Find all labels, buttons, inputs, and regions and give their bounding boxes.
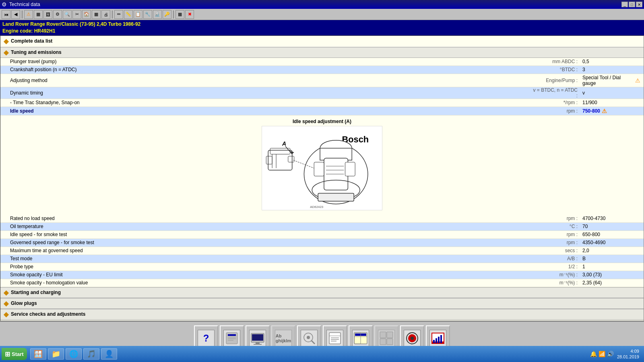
- maximize-button[interactable]: □: [629, 2, 635, 7]
- row-unit: Engine/Pump :: [531, 78, 579, 83]
- window-controls: _ □ ✕: [621, 2, 642, 7]
- start-label: Start: [12, 351, 24, 357]
- svg-line-22: [293, 160, 314, 168]
- starting-section-icon: ◆: [4, 289, 8, 296]
- svg-rect-20: [318, 193, 354, 201]
- row-label: Idle speed: [0, 107, 531, 115]
- row-label: Adjusting method: [0, 77, 531, 84]
- content-wrapper: ◆ Complete data list ◆ Tuning and emissi…: [0, 35, 644, 361]
- table-row: Maximum time at governed speed secs : 2,…: [0, 247, 644, 255]
- main-content[interactable]: ◆ Complete data list ◆ Tuning and emissi…: [0, 35, 644, 321]
- warning-button[interactable]: ⚠: [24, 10, 33, 19]
- svg-rect-55: [438, 337, 440, 343]
- row-label: Smoke opacity - homologation value: [0, 279, 531, 286]
- starting-charging-header[interactable]: ◆ Starting and charging: [0, 287, 644, 298]
- view-button[interactable]: ▦: [92, 10, 101, 19]
- table-row: Probe type 1/2 : 1: [0, 263, 644, 271]
- taskbar-item-chrome[interactable]: 🌐: [66, 348, 82, 360]
- svg-point-50: [411, 337, 414, 340]
- svg-rect-46: [380, 339, 386, 345]
- taskbar-item-explorer[interactable]: 🪟: [30, 348, 46, 360]
- image-button[interactable]: 🖼: [43, 10, 52, 19]
- nav-prev-button[interactable]: ◀: [11, 10, 20, 19]
- edit-button[interactable]: ✏: [114, 10, 123, 19]
- row-label: Governed speed range - for smoke test: [0, 239, 531, 246]
- table-row: Smoke opacity - homologation value m⁻¹(%…: [0, 279, 644, 287]
- row-value: 4350-4690: [579, 239, 644, 246]
- idle-speed-section: Idle speed rpm : 750-800 ⚠ Idle speed ad…: [0, 107, 644, 215]
- title-bar: ⚙ Technical data _ □ ✕: [0, 0, 644, 9]
- f4-icon: [249, 330, 266, 347]
- nav-first-button[interactable]: ⏮: [2, 10, 10, 19]
- toolbar-divider-3: [173, 10, 174, 19]
- taskbar-item-media[interactable]: 🎵: [83, 348, 99, 360]
- engine-code: Engine code: HR492H1: [2, 28, 642, 35]
- row-unit: A/B :: [531, 256, 579, 261]
- row-label: Test mode: [0, 255, 531, 262]
- svg-rect-47: [387, 339, 393, 345]
- row-value: 2,35 (64): [579, 279, 644, 286]
- svg-text:AD62423: AD62423: [310, 205, 324, 209]
- row-label: Maximum time at governed speed: [0, 247, 531, 254]
- close-button[interactable]: ✕: [636, 2, 642, 7]
- extra-button[interactable]: ▦: [175, 10, 184, 19]
- row-value: 70: [579, 223, 644, 230]
- row-value: 4700-4730: [579, 215, 644, 222]
- row-value: 11/900: [579, 99, 644, 106]
- grid-button[interactable]: ▦: [34, 10, 43, 19]
- table-row: Idle speed rpm : 750-800 ⚠: [0, 107, 644, 115]
- tuning-section-label: Tuning and emissions: [11, 49, 62, 55]
- taskbar-item-files[interactable]: 📁: [48, 348, 64, 360]
- cut-button[interactable]: ✂: [72, 10, 81, 19]
- row-unit: rpm :: [531, 216, 579, 221]
- complete-data-list-label: Complete data list: [11, 38, 52, 44]
- toolbar-divider-1: [22, 10, 23, 19]
- row-label: Idle speed - for smoke test: [0, 231, 531, 238]
- table-row: Idle speed - for smoke test rpm : 650-80…: [0, 231, 644, 239]
- svg-rect-53: [433, 340, 435, 343]
- home-button[interactable]: 🏠: [82, 10, 91, 19]
- search-button[interactable]: 🔍: [63, 10, 72, 19]
- svg-rect-56: [440, 335, 442, 343]
- wrench-button[interactable]: 🔧: [143, 10, 152, 19]
- warning-icon: ⚠: [602, 108, 607, 114]
- table-row: Test mode A/B : B: [0, 255, 644, 263]
- row-unit: */rpm :: [531, 100, 579, 105]
- glow-plugs-header[interactable]: ◆ Glow plugs: [0, 298, 644, 309]
- row-value: 0,5: [579, 58, 644, 65]
- svg-point-33: [307, 336, 310, 339]
- service-checks-icon: ◆: [4, 311, 8, 318]
- taskbar-item-user[interactable]: 👤: [101, 348, 117, 360]
- row-unit: m⁻¹(%) :: [531, 280, 579, 286]
- measure-button[interactable]: 📏: [124, 10, 133, 19]
- close-app-button[interactable]: ✖: [185, 10, 194, 19]
- minimize-button[interactable]: _: [621, 2, 628, 7]
- svg-rect-26: [228, 338, 236, 339]
- tuning-section-header[interactable]: ◆ Tuning and emissions: [0, 47, 644, 58]
- taskbar-tray: 🔔 📶 🔊 4:09 28.01.2019: [590, 348, 642, 360]
- ctrl-f4-icon: [326, 330, 343, 347]
- print-button[interactable]: 🖨: [101, 10, 110, 19]
- scope-button[interactable]: 🔬: [153, 10, 162, 19]
- svg-rect-37: [331, 337, 339, 338]
- svg-rect-18: [345, 162, 355, 176]
- row-value: Special Tool / Dial gauge ⚠: [579, 74, 644, 87]
- glow-plugs-label: Glow plugs: [11, 300, 37, 306]
- row-value: 3,00 (73): [579, 271, 644, 278]
- row-value: B: [579, 255, 644, 262]
- starting-section-label: Starting and charging: [11, 290, 61, 295]
- svg-rect-44: [380, 332, 386, 338]
- complete-data-list-header[interactable]: ◆ Complete data list: [0, 36, 644, 47]
- service-checks-header[interactable]: ◆ Service checks and adjustments: [0, 309, 644, 320]
- settings-button[interactable]: ⚙: [53, 10, 62, 19]
- f7-icon: [301, 330, 318, 347]
- clipboard-button[interactable]: 📋: [134, 10, 142, 19]
- svg-rect-5: [266, 156, 272, 164]
- key-button[interactable]: 🔑: [163, 10, 171, 19]
- clock-time: 4:09: [617, 348, 639, 354]
- table-row: Adjusting method Engine/Pump : Special T…: [0, 74, 644, 87]
- row-value: 650-800: [579, 231, 644, 238]
- svg-rect-25: [228, 337, 236, 337]
- start-button[interactable]: ⊞ Start: [2, 348, 27, 360]
- svg-rect-17: [314, 162, 324, 176]
